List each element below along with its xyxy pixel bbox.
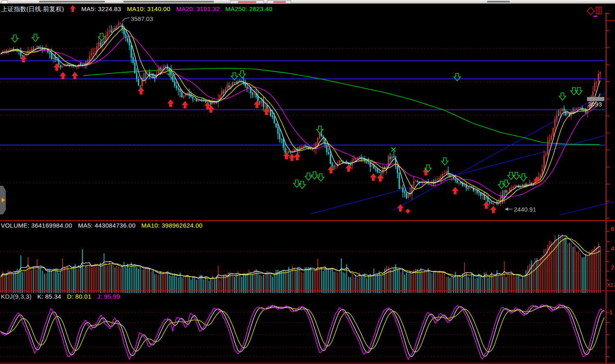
volume-ma5-value: MA5: 443084736.00 (78, 222, 136, 229)
volume-ma10-value: MA10: 398962624.00 (141, 222, 203, 229)
volume-header: VOLUME: 364169984.00 MA5: 443084736.00 M… (1, 222, 203, 229)
main-chart-header: 上证指数(日线.前复权) MA5: 3224.83 MA10: 3140.00 … (1, 5, 272, 13)
ma5-value: MA5: 3224.83 (81, 5, 121, 13)
low-price-label: 2440.91 (514, 206, 536, 213)
volume-multiplier-label: X17 (607, 282, 615, 288)
kdj-axis-label: 1 (609, 309, 613, 316)
up-arrow-icon (70, 5, 76, 13)
volume-value: VOLUME: 364169984.00 (1, 222, 72, 229)
peak-price-label: 3587.03 (131, 15, 153, 22)
ma250-value: MA250: 2823.40 (225, 5, 272, 13)
trading-terminal-window: 上证指数(日线.前复权) MA5: 3224.83 MA10: 3140.00 … (0, 0, 615, 364)
volume-axis-label: 2 (611, 264, 614, 271)
volume-axis-label: 6 (611, 226, 614, 232)
kdj-header: KDJ(9,3,3) K: 85.34 D: 80.01 J: 95.99 (1, 293, 120, 300)
kdj-k-value: K: 85.34 (37, 293, 61, 300)
kdj-j-value: J: 95.99 (97, 293, 120, 300)
instrument-title: 上证指数(日线.前复权) (1, 5, 64, 13)
expand-arrow-icon[interactable] (2, 198, 5, 203)
chart-canvas[interactable] (0, 0, 615, 364)
volume-axis-label: 4 (611, 245, 614, 252)
ma10-value: MA10: 3140.00 (127, 5, 171, 13)
last-price-marker (587, 97, 604, 101)
last-price-tag: 3093 (588, 101, 602, 108)
kdj-d-value: D: 80.01 (67, 293, 91, 300)
ma20-value: MA20: 3101.32 (176, 5, 220, 13)
kdj-params: KDJ(9,3,3) (1, 293, 32, 300)
